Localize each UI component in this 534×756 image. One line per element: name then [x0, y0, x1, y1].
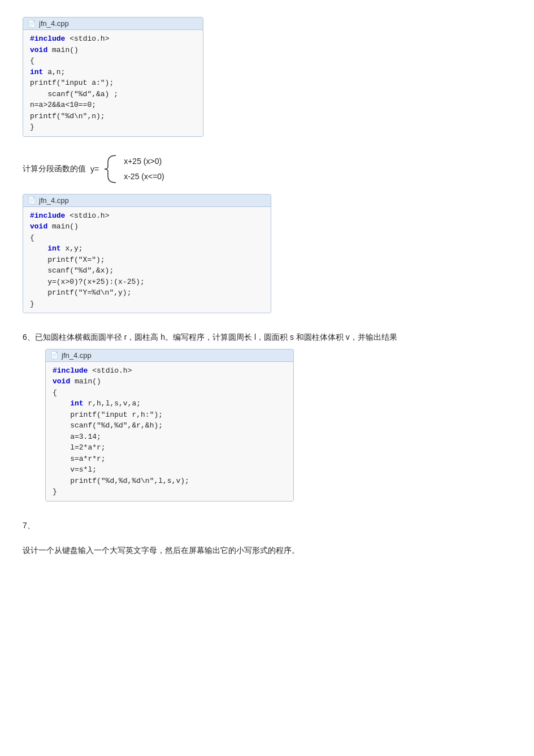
- file-icon-2: 📄: [28, 196, 36, 204]
- code-header-1: 📄 jfn_4.cpp: [23, 18, 203, 30]
- filename-3: jfn_4.cpp: [62, 351, 92, 360]
- formula-var: y=: [90, 165, 99, 174]
- file-icon-3: 📄: [50, 351, 59, 359]
- code-body-1: #include <stdio.h> void main() { int a,n…: [23, 30, 203, 136]
- code-body-3: #include <stdio.h> void main() { int r,h…: [46, 362, 293, 501]
- filename-1: jfn_4.cpp: [39, 19, 69, 28]
- brace-icon: [103, 154, 119, 184]
- code-block-1: 📄 jfn_4.cpp #include <stdio.h> void main…: [23, 17, 203, 137]
- code-body-2: #include <stdio.h> void main() { int x,y…: [23, 207, 271, 313]
- code-block-2: 📄 jfn_4.cpp #include <stdio.h> void main…: [23, 194, 271, 314]
- code-header-3: 📄 jfn_4.cpp: [46, 349, 293, 362]
- bottom-text: 设计一个从键盘输入一个大写英文字母，然后在屏幕输出它的小写形式的程序。: [23, 544, 511, 558]
- formula-cases: x+25 (x>0) x-25 (x<=0): [124, 155, 164, 183]
- code-header-2: 📄 jfn_4.cpp: [23, 195, 271, 207]
- formula-area: 计算分段函数的值 y= x+25 (x>0) x-25 (x<=0): [23, 154, 511, 184]
- filename-2: jfn_4.cpp: [39, 196, 69, 205]
- file-icon-1: 📄: [28, 20, 36, 28]
- code-block-3: 📄 jfn_4.cpp #include <stdio.h> void main…: [45, 349, 294, 502]
- section6-text: 6、已知圆柱体横截面圆半径 r，圆柱高 h。编写程序，计算圆周长 l，圆面积 s…: [23, 331, 511, 344]
- code-include-1: #include: [30, 34, 65, 43]
- formula-label: 计算分段函数的值: [23, 164, 86, 174]
- section7-label: 7、: [23, 519, 511, 533]
